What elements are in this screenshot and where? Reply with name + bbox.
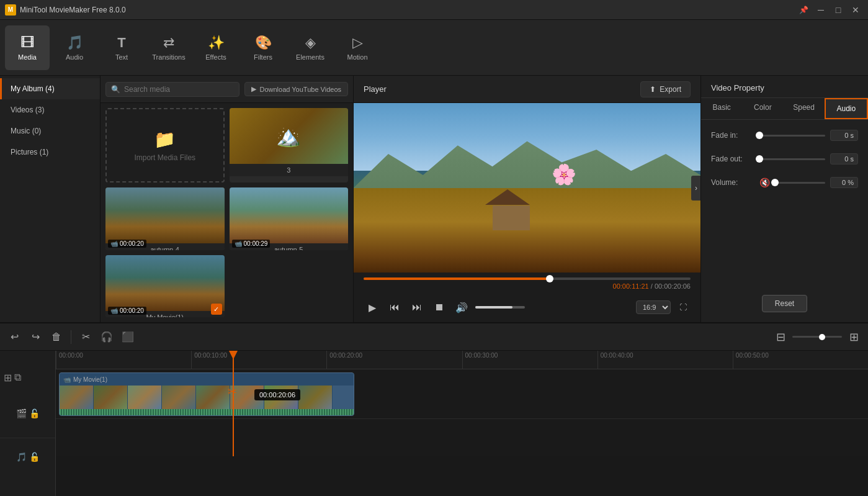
- search-input[interactable]: [124, 85, 234, 94]
- undo-button[interactable]: ↩: [5, 328, 24, 346]
- toolbar-media[interactable]: 🎞 Media: [5, 25, 50, 70]
- video-icon: 📹: [110, 307, 118, 314]
- volume-property-slider[interactable]: [775, 182, 825, 184]
- sidebar-item-videos[interactable]: Videos (3): [0, 99, 100, 120]
- timeline-content: 📹 My Movie(1): [56, 369, 868, 456]
- audio-lock-icon[interactable]: 🔓: [29, 452, 40, 462]
- tab-audio[interactable]: Audio: [825, 98, 868, 119]
- app-title: MiniTool MovieMaker Free 8.0.0: [20, 6, 799, 14]
- clip-header: 📹 My Movie(1): [60, 373, 354, 386]
- video-track-icon: 🎬: [16, 408, 27, 418]
- audio-wave-visual: [60, 409, 354, 415]
- timeline: ↩ ↪ 🗑 ✂ 🎧 ⬛ ⊟ ⊞ ⊞ ⧉ 🎬 🔓 🎵 🔓: [0, 322, 868, 496]
- progress-thumb[interactable]: [546, 275, 553, 282]
- media-duration: 📹 00:00:20: [108, 240, 146, 248]
- toolbar-text[interactable]: T Text: [99, 25, 144, 70]
- list-item[interactable]: 📹 00:00:29 autumn-5: [230, 187, 349, 250]
- zoom-thumb[interactable]: [819, 334, 825, 340]
- timeline-labels: ⊞ ⧉ 🎬 🔓 🎵 🔓: [0, 351, 56, 496]
- list-item[interactable]: 🏔️ 3: [230, 108, 349, 183]
- sidebar-item-music[interactable]: Music (0): [0, 120, 100, 142]
- crop-button[interactable]: ⬛: [119, 328, 137, 346]
- video-track: 📹 My Movie(1): [56, 369, 868, 419]
- cut-button[interactable]: ✂: [76, 328, 95, 346]
- player-panel: Player ⬆ Export 🌸 ›: [354, 76, 700, 322]
- toolbar-audio[interactable]: 🎵 Audio: [52, 25, 97, 70]
- frame-strip: [60, 386, 354, 409]
- add-track-button[interactable]: ⊞: [4, 372, 12, 384]
- aspect-ratio-select[interactable]: 16:9 9:16 4:3 1:1: [636, 300, 671, 314]
- fade-out-thumb[interactable]: [756, 155, 763, 163]
- export-button[interactable]: ⬆ Export: [640, 81, 691, 97]
- clip-video-icon: 📹: [63, 376, 71, 383]
- volume-slider[interactable]: [475, 306, 525, 309]
- video-preview: 🌸 ›: [354, 103, 700, 273]
- media-grid: 📁 Import Media Files 🏔️ 3: [101, 103, 353, 322]
- ruler-mark: 00:00:50:00: [733, 351, 868, 369]
- fade-in-row: Fade in: 0 s: [711, 130, 858, 141]
- stop-button[interactable]: ⏹: [431, 299, 448, 316]
- list-item[interactable]: 📹 00:00:20 ✓ My Movie(1): [105, 255, 225, 318]
- volume-icon[interactable]: 🔊: [453, 299, 470, 316]
- toolbar-filters[interactable]: 🎨 Filters: [241, 25, 285, 70]
- toolbar-elements[interactable]: ◈ Elements: [288, 25, 333, 70]
- fullscreen-button[interactable]: ⛶: [676, 300, 691, 315]
- delete-button[interactable]: 🗑: [47, 328, 66, 346]
- copy-track-button[interactable]: ⧉: [14, 372, 21, 384]
- reset-button[interactable]: Reset: [762, 295, 807, 312]
- sidebar-item-myalbum[interactable]: My Album (4): [0, 78, 100, 99]
- time-separator: /: [649, 282, 655, 290]
- mute-icon[interactable]: 🔇: [759, 178, 770, 187]
- ruler-mark: 00:00:20:00: [326, 351, 462, 369]
- sidebar-item-pictures[interactable]: Pictures (1): [0, 142, 100, 163]
- search-box[interactable]: 🔍: [105, 82, 239, 97]
- redo-button[interactable]: ↪: [26, 328, 45, 346]
- play-button[interactable]: ▶: [364, 299, 381, 316]
- next-frame-button[interactable]: ⏭: [408, 299, 426, 316]
- fade-out-row: Fade out: 0 s: [711, 153, 858, 165]
- tab-speed[interactable]: Speed: [784, 98, 825, 119]
- property-content: Fade in: 0 s Fade out: 0 s Volume: 🔇: [701, 120, 868, 322]
- tab-basic[interactable]: Basic: [701, 98, 742, 119]
- toolbar-transitions-label: Transitions: [152, 53, 185, 61]
- fade-out-slider[interactable]: [759, 158, 825, 160]
- zoom-out-button[interactable]: ⊟: [771, 328, 790, 346]
- toolbar-motion[interactable]: ▷ Motion: [335, 25, 380, 70]
- transitions-icon: ⇄: [163, 35, 174, 51]
- fade-in-thumb[interactable]: [756, 132, 763, 139]
- audio-detach-button[interactable]: 🎧: [97, 328, 116, 346]
- prev-frame-button[interactable]: ⏮: [386, 299, 403, 316]
- time-display: 00:00:11:21 / 00:00:20:06: [364, 282, 691, 290]
- video-lock-icon[interactable]: 🔓: [29, 408, 40, 418]
- timeline-ruler: 00:00:00 00:00:10:00 00:00:20:00 00:00:3…: [56, 351, 868, 369]
- import-media-button[interactable]: 📁 Import Media Files: [105, 108, 225, 183]
- yt-download-button[interactable]: ▶ Download YouTube Videos: [244, 82, 349, 96]
- video-property-title: Video Property: [711, 83, 764, 92]
- playhead[interactable]: [233, 351, 234, 456]
- progress-bar[interactable]: [364, 277, 691, 280]
- clip-title: My Movie(1): [73, 376, 107, 383]
- toolbar-effects[interactable]: ✨ Effects: [194, 25, 238, 70]
- panel-collapse-button[interactable]: ›: [691, 176, 700, 201]
- timeline-main[interactable]: 00:00:00 00:00:10:00 00:00:20:00 00:00:3…: [56, 351, 868, 496]
- minimize-button[interactable]: ─: [813, 2, 828, 17]
- zoom-slider[interactable]: [792, 336, 842, 338]
- toolbar-transitions[interactable]: ⇄ Transitions: [146, 25, 191, 70]
- toolbar-media-label: Media: [18, 53, 37, 61]
- close-button[interactable]: ✕: [848, 2, 863, 17]
- volume-property-thumb[interactable]: [771, 179, 779, 186]
- export-icon: ⬆: [650, 85, 656, 94]
- media-icon: 🎞: [20, 35, 34, 51]
- left-inner: My Album (4) Videos (3) Music (0) Pictur…: [0, 76, 353, 322]
- fade-in-slider[interactable]: [759, 135, 825, 137]
- volume-property-value: 0 %: [830, 177, 858, 188]
- zoom-in-button[interactable]: ⊞: [844, 328, 863, 346]
- toolbar: 🎞 Media 🎵 Audio T Text ⇄ Transitions ✨ E…: [0, 20, 868, 76]
- restore-button[interactable]: □: [831, 2, 846, 17]
- timeline-clip[interactable]: 📹 My Movie(1): [59, 372, 354, 416]
- tab-color[interactable]: Color: [742, 98, 783, 119]
- media-panel: 🔍 ▶ Download YouTube Videos 📁 Import Med…: [101, 76, 353, 322]
- list-item[interactable]: 📹 00:00:20 autumn-4: [105, 187, 225, 250]
- yt-label: Download YouTube Videos: [260, 86, 342, 93]
- toolbar-elements-label: Elements: [296, 53, 324, 61]
